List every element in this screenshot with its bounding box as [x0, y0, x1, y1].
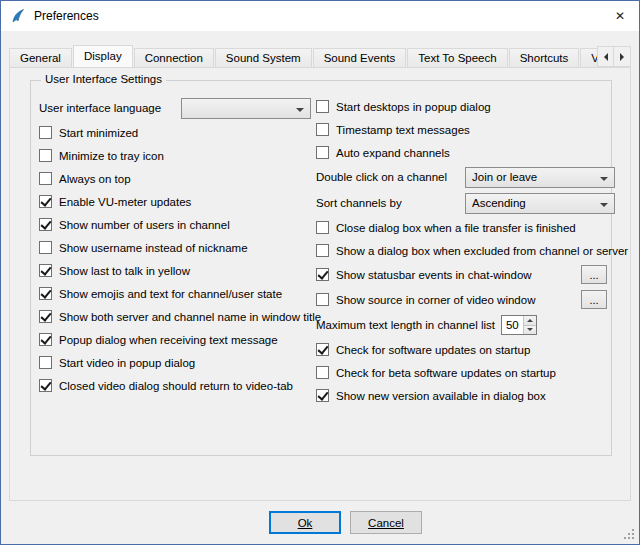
group-title: User Interface Settings [41, 73, 166, 85]
language-select[interactable] [181, 98, 311, 119]
checkbox[interactable] [316, 244, 329, 257]
checkbox-row-check-updates[interactable]: Check for software updates on startup [316, 338, 615, 361]
double-click-value: Join or leave [472, 171, 594, 183]
checkbox-row-video-source-corner[interactable]: Show source in corner of video window ..… [316, 287, 615, 312]
checkbox-row-popup-text-message[interactable]: Popup dialog when receiving text message [39, 328, 311, 351]
spin-up-button[interactable] [524, 316, 536, 326]
checkbox-label: Show last to talk in yellow [59, 265, 190, 277]
tab-scroll-right-button[interactable] [614, 46, 631, 67]
checkbox-label: Popup dialog when receiving text message [59, 334, 278, 346]
left-column: User interface language Start minimized … [39, 95, 311, 397]
checkbox-row-new-version-dialog[interactable]: Show new version available in dialog box [316, 384, 615, 407]
spin-down-button[interactable] [524, 326, 536, 335]
checkbox[interactable] [39, 356, 52, 369]
checkbox[interactable] [316, 343, 329, 356]
checkbox[interactable] [39, 333, 52, 346]
checkbox-row-auto-expand[interactable]: Auto expand channels [316, 141, 615, 164]
checkbox[interactable] [39, 195, 52, 208]
checkbox-row-server-channel-title[interactable]: Show both server and channel name in win… [39, 305, 311, 328]
checkbox-label: Show new version available in dialog box [336, 390, 546, 402]
checkbox-row-check-beta-updates[interactable]: Check for beta software updates on start… [316, 361, 615, 384]
tab-scroll-buttons [597, 46, 631, 67]
checkbox-row-minimize-tray[interactable]: Minimize to tray icon [39, 144, 311, 167]
checkbox-row-username-nickname[interactable]: Show username instead of nickname [39, 236, 311, 259]
tab-connection[interactable]: Connection [134, 48, 214, 67]
chevron-down-icon [600, 177, 608, 181]
dialog-buttons: Ok Cancel [269, 511, 422, 534]
checkbox-row-closed-video-return[interactable]: Closed video dialog should return to vid… [39, 374, 311, 397]
checkbox[interactable] [39, 149, 52, 162]
checkbox[interactable] [316, 268, 329, 281]
double-click-row: Double click on a channel Join or leave [316, 164, 615, 190]
display-tab-pane: User Interface Settings User interface l… [9, 67, 631, 501]
tab-shortcuts[interactable]: Shortcuts [509, 48, 580, 67]
double-click-label: Double click on a channel [316, 171, 447, 183]
tab-scroll-left-button[interactable] [597, 46, 614, 67]
checkbox-label: Check for beta software updates on start… [336, 367, 556, 379]
checkbox[interactable] [39, 310, 52, 323]
checkbox-row-desktops-popup[interactable]: Start desktops in popup dialog [316, 95, 615, 118]
close-button[interactable]: ✕ [601, 1, 639, 31]
checkbox-label: Enable VU-meter updates [59, 196, 191, 208]
checkbox-label: Always on top [59, 173, 131, 185]
checkbox[interactable] [316, 146, 329, 159]
tab-text-to-speech[interactable]: Text To Speech [407, 48, 507, 67]
max-text-length-spinner[interactable]: 50 [501, 315, 537, 335]
checkbox-row-timestamp-messages[interactable]: Timestamp text messages [316, 118, 615, 141]
sort-channels-row: Sort channels by Ascending [316, 190, 615, 216]
checkbox[interactable] [39, 379, 52, 392]
chevron-down-icon [600, 203, 608, 207]
checkbox-label: Start desktops in popup dialog [336, 101, 491, 113]
checkbox-label: Show statusbar events in chat-window [336, 269, 532, 281]
tab-sound-events[interactable]: Sound Events [313, 48, 407, 67]
checkbox[interactable] [316, 366, 329, 379]
language-label: User interface language [39, 102, 161, 114]
checkbox-row-show-user-count[interactable]: Show number of users in channel [39, 213, 311, 236]
spinner-buttons [523, 316, 536, 334]
ok-button-label: Ok [298, 517, 313, 529]
tab-general[interactable]: General [9, 48, 72, 67]
language-row: User interface language [39, 95, 311, 121]
sort-channels-value: Ascending [472, 197, 594, 209]
checkbox-row-emojis-state[interactable]: Show emojis and text for channel/user st… [39, 282, 311, 305]
checkbox-row-close-file-transfer[interactable]: Close dialog box when a file transfer is… [316, 216, 615, 239]
checkbox[interactable] [39, 287, 52, 300]
checkbox[interactable] [316, 123, 329, 136]
tab-sound-system[interactable]: Sound System [215, 48, 312, 67]
checkbox[interactable] [316, 221, 329, 234]
checkbox-row-statusbar-events[interactable]: Show statusbar events in chat-window ... [316, 262, 615, 287]
cancel-button[interactable]: Cancel [350, 511, 422, 534]
ok-button[interactable]: Ok [269, 511, 341, 534]
checkbox[interactable] [316, 293, 329, 306]
checkbox[interactable] [39, 264, 52, 277]
checkbox[interactable] [39, 126, 52, 139]
arrow-right-icon [620, 53, 624, 61]
checkbox-row-excluded-dialog[interactable]: Show a dialog box when excluded from cha… [316, 239, 615, 262]
double-click-select[interactable]: Join or leave [465, 167, 615, 188]
resize-grip[interactable] [622, 527, 635, 540]
checkbox-row-start-minimized[interactable]: Start minimized [39, 121, 311, 144]
statusbar-events-more-button[interactable]: ... [581, 265, 607, 284]
sort-channels-label: Sort channels by [316, 197, 402, 209]
checkbox[interactable] [39, 172, 52, 185]
video-source-more-button[interactable]: ... [581, 290, 607, 309]
checkbox-row-always-on-top[interactable]: Always on top [39, 167, 311, 190]
checkbox[interactable] [39, 218, 52, 231]
checkbox-label: Show a dialog box when excluded from cha… [336, 245, 628, 257]
titlebar[interactable]: Preferences ✕ [1, 1, 639, 31]
preferences-dialog: Preferences ✕ General Display Connection… [0, 0, 640, 545]
user-interface-settings-group: User Interface Settings User interface l… [30, 80, 612, 456]
checkbox[interactable] [39, 241, 52, 254]
checkbox-row-last-talk-yellow[interactable]: Show last to talk in yellow [39, 259, 311, 282]
checkbox-row-vu-meter[interactable]: Enable VU-meter updates [39, 190, 311, 213]
tab-display[interactable]: Display [73, 45, 133, 67]
chevron-down-icon [296, 108, 304, 112]
sort-channels-select[interactable]: Ascending [465, 193, 615, 214]
checkbox-row-video-popup[interactable]: Start video in popup dialog [39, 351, 311, 374]
right-column: Start desktops in popup dialog Timestamp… [316, 95, 615, 407]
checkbox[interactable] [316, 100, 329, 113]
checkbox[interactable] [316, 389, 329, 402]
checkbox-label: Show source in corner of video window [336, 294, 535, 306]
spinner-value: 50 [502, 316, 523, 334]
max-text-length-row: Maximum text length in channel list 50 [316, 312, 615, 338]
